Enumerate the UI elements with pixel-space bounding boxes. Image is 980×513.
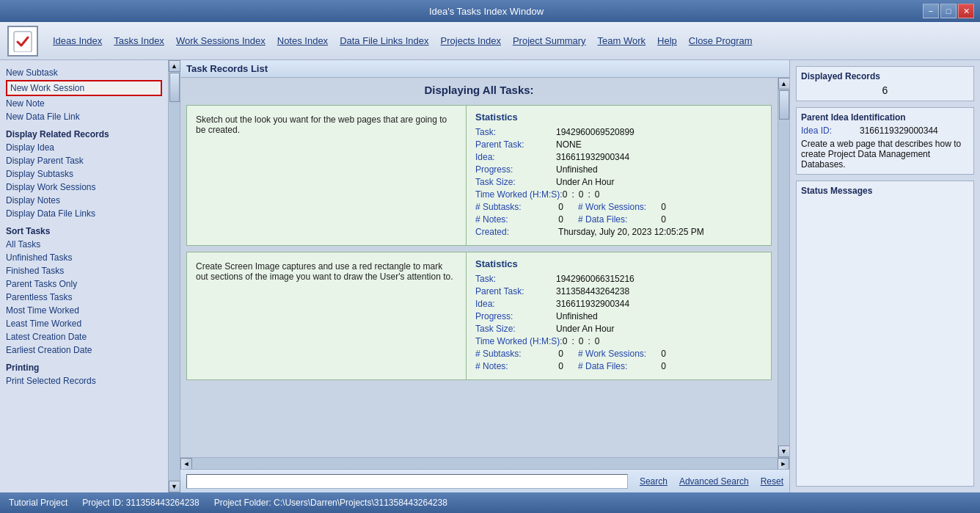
sidebar-item-finished-tasks[interactable]: Finished Tasks [6,264,162,277]
task-stats: Statistics Task: 1942960066315216 Parent… [466,252,771,379]
sidebar-item-display-data-file-links[interactable]: Display Data File Links [6,207,162,220]
sidebar-item-most-time-worked[interactable]: Most Time Worked [6,304,162,317]
parent-idea-section: Parent Idea Identification Idea ID: 3166… [796,107,974,175]
h-scroll-right[interactable]: ► [778,458,789,470]
window-controls: − □ ✕ [923,4,974,18]
sidebar-item-all-tasks[interactable]: All Tasks [6,238,162,251]
status-bar: Tutorial ProjectProject ID: 311358443264… [0,492,980,513]
menu-items: Ideas IndexTasks IndexWork Sessions Inde… [47,32,758,49]
menu-item-team-work[interactable]: Team Work [592,32,652,49]
sidebar-item-display-subtasks[interactable]: Display Subtasks [6,167,162,181]
sidebar-item-new-work-session[interactable]: New Work Session [6,80,162,96]
maximize-button[interactable]: □ [940,4,957,18]
menu-item-close-program[interactable]: Close Program [683,32,758,49]
stat-task-size: Task Size: Under An Hour [475,324,762,334]
scroll-up-button[interactable]: ▲ [169,60,180,72]
idea-id-label: Idea ID: [801,125,860,136]
menu-item-project-summary[interactable]: Project Summary [507,32,592,49]
stat-progress: Progress: Unfinished [475,164,762,175]
stat-idea: Idea: 316611932900344 [475,152,762,162]
menu-item-data-file-links-index[interactable]: Data File Links Index [334,32,434,49]
content-scroll-down[interactable]: ▼ [778,445,790,457]
stat-task: Task: 1942960069520899 [475,127,762,137]
sidebar-item-parentless-tasks[interactable]: Parentless Tasks [6,291,162,304]
sidebar-sort-section-label: Sort Tasks [6,226,162,236]
sidebar-item-display-work-sessions[interactable]: Display Work Sessions [6,181,162,194]
menu-item-projects-index[interactable]: Projects Index [435,32,507,49]
stat-counts-row2: # Notes: 0 # Data Files: 0 [475,214,762,225]
displayed-records-value: 6 [801,84,969,96]
sidebar-item-unfinished-tasks[interactable]: Unfinished Tasks [6,251,162,264]
sidebar-item-new-data-file-link[interactable]: New Data File Link [6,110,162,123]
task-card: Sketch out the look you want for the web… [186,105,772,246]
sidebar-item-new-note[interactable]: New Note [6,97,162,110]
menu-item-tasks-index[interactable]: Tasks Index [108,32,170,49]
sidebar-item-least-time-worked[interactable]: Least Time Worked [6,317,162,330]
project-name: Tutorial Project [9,498,67,508]
sidebar-print-section-label: Printing [6,363,162,373]
task-stats: Statistics Task: 1942960069520899 Parent… [466,106,771,245]
close-button[interactable]: ✕ [958,4,974,18]
h-scroll-left[interactable]: ◄ [180,458,192,470]
sidebar-item-parent-tasks-only[interactable]: Parent Tasks Only [6,277,162,291]
stats-header: Statistics [475,112,762,123]
search-bar: Search Advanced Search Reset [180,469,789,492]
scrollbar-area: Displaying All Tasks: Sketch out the loo… [180,78,789,457]
scroll-thumb[interactable] [169,73,180,102]
sidebar-display-section-label: Display Related Records [6,129,162,139]
reset-link[interactable]: Reset [761,476,783,487]
records-list: Displaying All Tasks: Sketch out the loo… [180,78,778,457]
window-title: Idea's Tasks Index Window [50,6,923,17]
content-scrollbar[interactable]: ▲ ▼ [778,78,789,457]
menu-bar: Ideas IndexTasks IndexWork Sessions Inde… [0,22,980,60]
search-input[interactable] [186,474,628,489]
sidebar-item-display-parent-task[interactable]: Display Parent Task [6,154,162,167]
parent-idea-title: Parent Idea Identification [801,112,969,123]
task-description: Sketch out the look you want for the web… [187,106,466,245]
content-scroll-up[interactable]: ▲ [778,78,790,90]
advanced-search-link[interactable]: Advanced Search [679,476,749,487]
project-folder: Project Folder: C:\Users\Darren\Projects… [214,498,447,508]
task-records-list-label: Task Records List [186,63,268,74]
displayed-records-section: Displayed Records 6 [796,66,974,101]
title-bar: Idea's Tasks Index Window − □ ✕ [0,0,980,22]
content-scroll-thumb[interactable] [779,90,789,120]
displayed-records-title: Displayed Records [801,71,969,81]
menu-item-help[interactable]: Help [651,32,683,49]
menu-item-ideas-index[interactable]: Ideas Index [47,32,108,49]
stat-time-worked: Time Worked (H:M:S): 0:0:0 [475,189,762,200]
content-header: Task Records List [180,60,789,78]
stat-task: Task: 1942960066315216 [475,274,762,284]
search-link[interactable]: Search [640,476,668,487]
display-title: Displaying All Tasks: [186,84,772,96]
idea-id-value: 3166119329000344 [860,125,938,136]
stat-parent-task: Parent Task: NONE [475,139,762,150]
horizontal-scrollbar[interactable]: ◄ ► [180,457,789,469]
scroll-down-button[interactable]: ▼ [169,481,180,492]
idea-id-row: Idea ID: 3166119329000344 [801,125,969,136]
status-messages-section: Status Messages [796,181,974,487]
stat-counts-row1: # Subtasks: 0 # Work Sessions: 0 [475,202,762,212]
sidebar-item-print-selected-records[interactable]: Print Selected Records [6,374,162,388]
sidebar-item-latest-creation-date[interactable]: Latest Creation Date [6,330,162,343]
right-panel: Displayed Records 6 Parent Idea Identifi… [789,60,980,492]
menu-item-work-sessions-index[interactable]: Work Sessions Index [170,32,271,49]
left-scrollbar[interactable]: ▲ ▼ [169,60,180,492]
stat-counts-row2: # Notes: 0 # Data Files: 0 [475,361,762,371]
sidebar-item-earliest-creation-date[interactable]: Earliest Creation Date [6,343,162,357]
scroll-track [169,72,180,481]
h-scroll-track [192,458,778,470]
sidebar-item-new-subtask[interactable]: New Subtask [6,66,162,79]
app-logo [7,26,38,57]
stat-idea: Idea: 316611932900344 [475,299,762,309]
task-card: Create Screen Image captures and use a r… [186,252,772,380]
stat-parent-task: Parent Task: 311358443264238 [475,286,762,296]
menu-item-notes-index[interactable]: Notes Index [271,32,334,49]
sidebar-item-display-notes[interactable]: Display Notes [6,194,162,207]
sidebar-item-display-idea[interactable]: Display Idea [6,141,162,154]
stat-time-worked: Time Worked (H:M:S): 0:0:0 [475,336,762,346]
main-layout: New SubtaskNew Work SessionNew NoteNew D… [0,60,980,492]
minimize-button[interactable]: − [923,4,939,18]
status-messages-title: Status Messages [801,186,969,196]
stats-header: Statistics [475,258,762,269]
